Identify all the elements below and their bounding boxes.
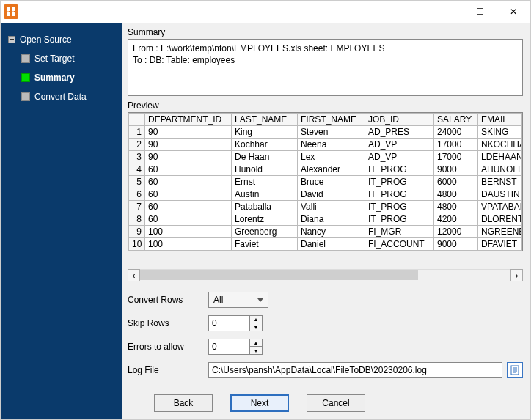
col-header[interactable]: JOB_ID xyxy=(365,114,434,126)
rownum-cell: 6 xyxy=(129,188,145,201)
table-cell: AHUNOLD xyxy=(478,163,522,176)
document-icon xyxy=(510,365,520,375)
table-cell: FI_MGR xyxy=(365,226,434,238)
spin-up-icon[interactable]: ▲ xyxy=(250,339,262,347)
browse-button[interactable] xyxy=(507,362,523,378)
tree-item-summary[interactable]: Summary xyxy=(8,68,122,87)
table-cell: 60 xyxy=(145,213,232,226)
preview-title: Preview xyxy=(128,100,523,111)
table-cell: IT_PROG xyxy=(365,213,434,226)
tree-label: Set Target xyxy=(34,54,74,64)
table-cell: Valli xyxy=(298,201,365,213)
skip-rows-spinner[interactable]: ▲▼ xyxy=(208,315,263,331)
close-button[interactable]: ✕ xyxy=(497,1,530,23)
table-cell: IT_PROG xyxy=(365,188,434,201)
rownum-cell: 7 xyxy=(129,201,145,213)
back-button[interactable]: Back xyxy=(154,394,213,412)
table-header-row: DEPARTMENT_ID LAST_NAME FIRST_NAME JOB_I… xyxy=(129,114,522,126)
step-icon xyxy=(21,73,30,82)
skip-rows-label: Skip Rows xyxy=(128,318,208,328)
table-cell: Daniel xyxy=(298,238,365,251)
logfile-input[interactable] xyxy=(208,362,502,378)
step-icon xyxy=(21,54,30,63)
rownum-cell: 2 xyxy=(129,139,145,151)
col-header[interactable]: FIRST_NAME xyxy=(298,114,365,126)
tree-item-set-target[interactable]: Set Target xyxy=(8,49,122,68)
scroll-left-icon[interactable]: ‹ xyxy=(128,269,140,281)
col-header[interactable]: SALARY xyxy=(434,114,478,126)
table-cell: 60 xyxy=(145,201,232,213)
spin-up-icon[interactable]: ▲ xyxy=(250,316,262,323)
table-cell: Ernst xyxy=(232,176,298,188)
table-cell: 17000 xyxy=(434,151,478,163)
col-header[interactable]: EMAIL xyxy=(478,114,522,126)
tree-label: Convert Data xyxy=(34,92,87,102)
summary-title: Summary xyxy=(128,27,523,37)
table-cell: 90 xyxy=(145,151,232,163)
table-row[interactable]: 10100FavietDanielFI_ACCOUNT9000DFAVIET xyxy=(129,238,522,251)
table-row[interactable]: 390De HaanLexAD_VP17000LDEHAAN xyxy=(129,151,522,163)
app-icon xyxy=(4,4,18,19)
convert-rows-label: Convert Rows xyxy=(128,295,208,305)
table-cell: 12000 xyxy=(434,226,478,238)
table-cell: Hunold xyxy=(232,163,298,176)
cancel-button[interactable]: Cancel xyxy=(307,394,365,412)
table-row[interactable]: 190KingStevenAD_PRES24000SKING xyxy=(129,126,522,139)
table-cell: 6000 xyxy=(434,176,478,188)
table-row[interactable]: 860LorentzDianaIT_PROG4200DLORENTZ xyxy=(129,213,522,226)
spin-down-icon[interactable]: ▼ xyxy=(250,347,262,354)
errors-input[interactable] xyxy=(208,339,249,355)
table-cell: 4800 xyxy=(434,201,478,213)
table-cell: 9000 xyxy=(434,163,478,176)
table-cell: 60 xyxy=(145,176,232,188)
table-row[interactable]: 760PataballaValliIT_PROG4800VPATABAL xyxy=(129,201,522,213)
table-cell: IT_PROG xyxy=(365,163,434,176)
rownum-cell: 5 xyxy=(129,176,145,188)
rownum-cell: 9 xyxy=(129,226,145,238)
convert-rows-select[interactable]: All xyxy=(208,292,268,308)
table-row[interactable]: 460HunoldAlexanderIT_PROG9000AHUNOLD xyxy=(129,163,522,176)
scroll-track[interactable] xyxy=(140,269,510,281)
errors-spinner[interactable]: ▲▼ xyxy=(208,339,263,355)
spin-down-icon[interactable]: ▼ xyxy=(250,323,262,331)
scroll-thumb[interactable] xyxy=(140,270,418,280)
tree-label: Summary xyxy=(34,73,75,83)
tree-item-convert-data[interactable]: Convert Data xyxy=(8,87,122,106)
col-header[interactable]: LAST_NAME xyxy=(232,114,298,126)
table-cell: AD_VP xyxy=(365,151,434,163)
table-cell: Kochhar xyxy=(232,139,298,151)
rownum-cell: 3 xyxy=(129,151,145,163)
svg-rect-0 xyxy=(7,7,10,11)
table-row[interactable]: 290KochharNeenaAD_VP17000NKOCHHAR xyxy=(129,139,522,151)
skip-rows-input[interactable] xyxy=(208,315,249,331)
titlebar: — ☐ ✕ xyxy=(1,1,530,23)
horizontal-scrollbar[interactable]: ‹ › xyxy=(128,269,523,281)
table-row[interactable]: 560ErnstBruceIT_PROG6000BERNST xyxy=(129,176,522,188)
table-cell: NKOCHHAR xyxy=(478,139,522,151)
table-cell: 24000 xyxy=(434,126,478,139)
table-cell: Bruce xyxy=(298,176,365,188)
next-button[interactable]: Next xyxy=(230,394,289,412)
tree-root-open-source[interactable]: Open Source xyxy=(8,30,122,49)
rownum-header xyxy=(129,114,145,126)
col-header[interactable]: DEPARTMENT_ID xyxy=(145,114,232,126)
table-cell: Greenberg xyxy=(232,226,298,238)
errors-label: Errors to allow xyxy=(128,342,208,352)
scroll-right-icon[interactable]: › xyxy=(510,269,523,281)
table-cell: AD_VP xyxy=(365,139,434,151)
svg-rect-3 xyxy=(12,12,15,16)
table-cell: SKING xyxy=(478,126,522,139)
table-row[interactable]: 660AustinDavidIT_PROG4800DAUSTIN xyxy=(129,188,522,201)
rownum-cell: 10 xyxy=(129,238,145,251)
table-row[interactable]: 9100GreenbergNancyFI_MGR12000NGREENBE xyxy=(129,226,522,238)
table-cell: VPATABAL xyxy=(478,201,522,213)
maximize-button[interactable]: ☐ xyxy=(463,1,497,23)
table-cell: David xyxy=(298,188,365,201)
tree-label: Open Source xyxy=(20,34,72,45)
table-cell: 100 xyxy=(145,238,232,251)
minimize-button[interactable]: — xyxy=(429,1,463,23)
collapse-icon[interactable] xyxy=(8,36,15,43)
table-cell: AD_PRES xyxy=(365,126,434,139)
table-cell: 100 xyxy=(145,226,232,238)
rownum-cell: 1 xyxy=(129,126,145,139)
